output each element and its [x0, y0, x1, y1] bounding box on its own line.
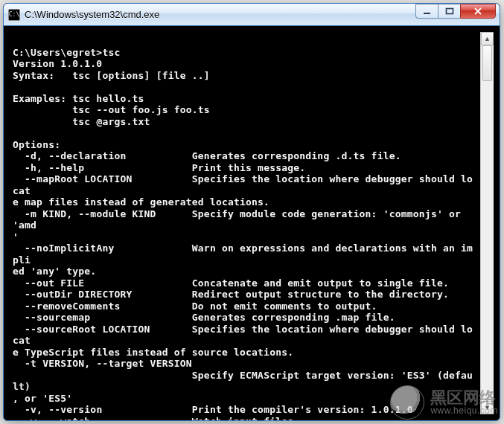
terminal-output[interactable]: C:\Users\egret>tsc Version 1.0.1.0 Synta… [10, 32, 480, 421]
maximize-icon [445, 7, 454, 15]
terminal-viewport: C:\Users\egret>tsc Version 1.0.1.0 Synta… [10, 32, 480, 414]
scroll-thumb[interactable] [482, 45, 492, 81]
scroll-up-button[interactable]: ▲ [481, 32, 494, 45]
scroll-down-button[interactable]: ▼ [481, 401, 494, 414]
cmd-window: C:\ C:\Windows\system32\cmd.exe C:\Users… [3, 3, 500, 421]
minimize-button[interactable] [415, 4, 438, 19]
minimize-icon [423, 7, 432, 15]
vertical-scrollbar[interactable]: ▲ ▼ [480, 32, 494, 414]
cmd-icon: C:\ [8, 9, 20, 21]
svg-rect-0 [424, 13, 430, 14]
svg-rect-1 [446, 8, 453, 13]
window-controls [415, 4, 496, 20]
close-icon [473, 7, 482, 15]
maximize-button[interactable] [438, 4, 460, 19]
close-button[interactable] [460, 4, 496, 19]
title-bar[interactable]: C:\ C:\Windows\system32\cmd.exe [4, 4, 500, 26]
scroll-track[interactable] [481, 45, 494, 401]
window-title: C:\Windows\system32\cmd.exe [25, 9, 415, 20]
